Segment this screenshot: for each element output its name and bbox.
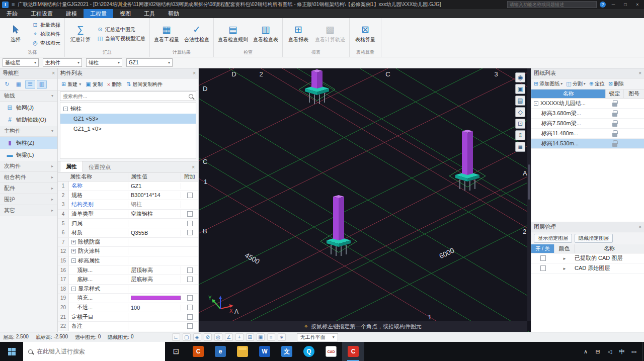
- layer-visibility-checkbox[interactable]: [540, 255, 546, 261]
- minimize-button[interactable]: ─: [609, 2, 618, 7]
- nav-item-steel-beam[interactable]: ▬钢梁(L): [0, 149, 57, 161]
- scrollbar-thumb[interactable]: [528, 164, 530, 200]
- copy-component-button[interactable]: ▣复制: [86, 81, 102, 88]
- close-icon[interactable]: ×: [190, 164, 196, 170]
- drawing-row-root[interactable]: -XXXXX幼儿园结...: [531, 99, 644, 109]
- angle-snap-icon[interactable]: ∠: [225, 333, 233, 341]
- property-row-material[interactable]: 6 材质 Q355B: [58, 228, 198, 238]
- property-group-display-style[interactable]: 18 -显示样式: [58, 285, 198, 294]
- layer-row-original-cad[interactable]: ▸ CAD 原始图层: [531, 263, 644, 274]
- layer-visibility-checkbox[interactable]: [540, 265, 546, 271]
- ime-indicator[interactable]: 中: [619, 348, 625, 355]
- notification-icon[interactable]: ▭: [631, 348, 637, 355]
- attach-checkbox[interactable]: [187, 314, 193, 320]
- tab-view[interactable]: 视图: [113, 9, 137, 18]
- property-row-structure-type[interactable]: 3 结构类别 钢柱: [58, 200, 198, 210]
- lock-icon[interactable]: [612, 113, 617, 117]
- table-calc-button[interactable]: ⊠ 表格算量: [352, 24, 378, 44]
- collapse-icon[interactable]: -: [63, 107, 68, 111]
- task-view-button[interactable]: ⊡: [165, 342, 187, 361]
- lock-icon[interactable]: [612, 123, 617, 127]
- component-select[interactable]: GZ1▾: [126, 58, 173, 67]
- taskbar-app-active[interactable]: C: [342, 342, 364, 361]
- start-button[interactable]: [0, 342, 23, 361]
- taskbar-app-cad[interactable]: CAD: [320, 342, 342, 361]
- menu-icon[interactable]: ≡: [12, 2, 15, 8]
- workplane-select[interactable]: 无工作平面 ▾: [297, 333, 338, 341]
- selection-filter-icon[interactable]: ≡: [267, 333, 275, 341]
- expand-icon[interactable]: +: [71, 249, 76, 253]
- find-element-button[interactable]: ◎查找图元: [31, 39, 62, 47]
- collapse-icon[interactable]: -: [71, 258, 76, 263]
- close-icon[interactable]: ×: [638, 224, 641, 230]
- taskbar-app-folder[interactable]: [231, 342, 254, 361]
- new-component-button[interactable]: ⊞新建▾: [61, 81, 81, 88]
- taskbar-search-input[interactable]: [37, 348, 160, 355]
- batch-select-button[interactable]: ⊡批量选择: [31, 21, 62, 29]
- drawing-row[interactable]: 标高3.680m梁...: [531, 109, 644, 119]
- property-row-fill-color[interactable]: 19 填充...: [58, 294, 198, 303]
- property-row-remark[interactable]: 22 备注: [58, 322, 198, 331]
- layers-icon[interactable]: ▤: [515, 96, 525, 106]
- model-viewport[interactable]: D 2 C 3 D C 1 B A 2 1 4500 6000: [199, 68, 531, 332]
- collapse-icon[interactable]: -: [71, 287, 76, 291]
- attach-checkbox[interactable]: [187, 295, 193, 301]
- attach-checkbox[interactable]: [187, 221, 193, 226]
- tab-project-settings[interactable]: 工程设置: [24, 9, 59, 18]
- nav-section-combined[interactable]: 组合构件▸: [0, 172, 57, 183]
- property-row-spec[interactable]: 2 规格 B300*14*14: [58, 191, 198, 201]
- drawing-row-selected[interactable]: 标高14.530m...: [531, 139, 644, 149]
- nav-item-aux-axis[interactable]: #辅助轴线(O): [0, 114, 57, 126]
- hidden-icons-chevron[interactable]: ∧: [583, 348, 589, 355]
- property-group-derust[interactable]: 7 +除锈防腐: [58, 238, 198, 247]
- tree-item-gz1-1[interactable]: GZ1_1 <0>: [60, 124, 196, 134]
- view-cube-icon[interactable]: ◈: [193, 333, 201, 341]
- nav-section-accessory[interactable]: 配件▸: [0, 183, 57, 194]
- nav-item-grid[interactable]: ⊞轴网(J): [0, 102, 57, 114]
- command-search-input[interactable]: [510, 2, 594, 7]
- add-drawing-button[interactable]: ⊞添加图纸▾: [534, 80, 562, 87]
- property-row-list-type[interactable]: 4 清单类型 空腹钢柱: [58, 210, 198, 219]
- tab-quantity[interactable]: 工程量: [84, 9, 113, 18]
- split-drawing-button[interactable]: ◫分割▾: [566, 80, 585, 87]
- property-row-opacity[interactable]: 20 不透... 100: [58, 303, 198, 313]
- delete-drawing-button[interactable]: ⊠删除: [608, 80, 624, 87]
- chevron-right-icon[interactable]: ▸: [554, 266, 575, 271]
- view-list-icon[interactable]: ≣: [515, 142, 525, 152]
- close-icon[interactable]: ×: [193, 70, 196, 76]
- taskbar-app-1[interactable]: C: [187, 342, 209, 361]
- component-type-select[interactable]: 钢柱▾: [86, 58, 122, 67]
- drawing-row[interactable]: 标高11.480m...: [531, 129, 644, 139]
- legality-check-button[interactable]: ✓ 合法性检查: [183, 24, 211, 44]
- box-select-icon[interactable]: ⊡: [515, 119, 525, 129]
- view-2d-icon[interactable]: ▣: [515, 84, 525, 94]
- view-report-button[interactable]: ⊞ 查看报表: [285, 24, 311, 44]
- property-row-top-elevation[interactable]: 16 顶标... 层顶标高: [58, 265, 198, 275]
- tree-item-gz1[interactable]: GZ1 <53>: [60, 114, 196, 124]
- close-button[interactable]: ×: [633, 2, 642, 7]
- locate-drawing-button[interactable]: ⊕定位: [589, 80, 605, 87]
- floor-select[interactable]: 基础层▾: [3, 58, 39, 67]
- select-button[interactable]: 选择: [3, 24, 29, 44]
- taskbar-app-5[interactable]: 文: [276, 342, 298, 361]
- copy-between-floors-button[interactable]: ⇅层间复制构件: [126, 81, 163, 88]
- object-snap-icon[interactable]: ◎: [214, 333, 222, 341]
- increment-snap-icon[interactable]: +: [235, 333, 244, 341]
- property-row-belong[interactable]: 5 归属: [58, 219, 198, 228]
- chevron-right-icon[interactable]: ▸: [554, 256, 575, 261]
- attach-checkbox[interactable]: [187, 305, 193, 310]
- tree-node-steel-column[interactable]: - 钢柱: [60, 104, 196, 114]
- nav-list-view-icon[interactable]: ☰: [25, 80, 35, 89]
- tab-tools[interactable]: 工具: [137, 9, 162, 18]
- close-icon[interactable]: ×: [52, 70, 55, 76]
- summary-visible-button[interactable]: ◫当前可视模型汇总: [96, 35, 147, 43]
- window-select-icon[interactable]: ▢: [183, 333, 191, 341]
- lock-icon[interactable]: [612, 143, 617, 147]
- delete-component-button[interactable]: ×删除: [107, 81, 122, 88]
- volume-icon[interactable]: ◁: [607, 348, 613, 355]
- attach-checkbox[interactable]: [187, 277, 193, 282]
- summary-calc-button[interactable]: ∑ 汇总计算: [67, 24, 94, 44]
- lock-icon[interactable]: [612, 133, 617, 137]
- hide-layers-button[interactable]: 隐藏指定图层: [575, 234, 613, 243]
- fill-color-swatch[interactable]: [131, 296, 181, 300]
